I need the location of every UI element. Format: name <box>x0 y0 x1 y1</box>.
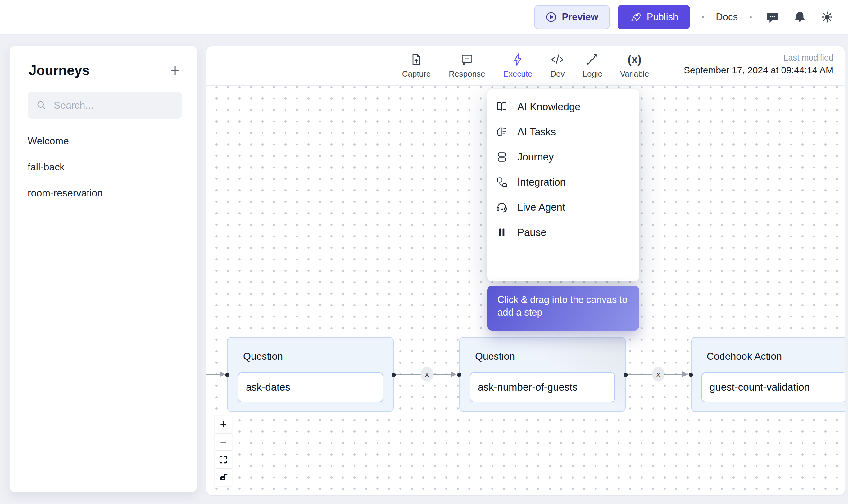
top-bar: Preview Publish Docs <box>0 0 848 35</box>
separator-dot <box>749 16 752 18</box>
connector-line <box>433 374 451 375</box>
rocket-icon <box>630 11 641 23</box>
node-name-field[interactable]: ask-dates <box>238 373 383 402</box>
connector-x-badge[interactable]: x <box>652 367 665 382</box>
step-node-question-ask-number-of-guests[interactable]: Question ask-number-of-guests <box>459 337 626 412</box>
node-name-field[interactable]: ask-number-of-guests <box>470 373 615 402</box>
step-node-codehook-guest-count-validation[interactable]: Codehook Action guest-count-validation <box>691 337 845 412</box>
output-port[interactable] <box>391 373 396 377</box>
last-modified-block: Last modified September 17, 2024 at 09:4… <box>684 53 833 75</box>
toolbar-item-label: Variable <box>620 69 649 79</box>
connector-line <box>628 374 652 375</box>
capture-document-icon <box>410 53 423 67</box>
journey-item-welcome[interactable]: Welcome <box>10 128 197 154</box>
journey-blocks-icon <box>496 151 508 163</box>
zoom-out-button[interactable]: − <box>215 434 232 450</box>
book-open-icon <box>496 101 508 113</box>
node-type-label: Question <box>475 351 625 362</box>
connector-x-badge[interactable]: x <box>421 367 433 382</box>
add-journey-button[interactable]: + <box>170 64 180 77</box>
execute-bolt-icon <box>511 53 525 67</box>
fit-screen-icon <box>218 455 228 464</box>
journey-item-room-reservation[interactable]: room-reservation <box>10 180 197 206</box>
chat-feedback-icon[interactable] <box>766 11 779 23</box>
docs-link[interactable]: Docs <box>716 12 738 23</box>
toolbar-item-label: Dev <box>550 69 565 79</box>
last-modified-label: Last modified <box>684 53 833 63</box>
play-circle-icon <box>546 12 557 23</box>
menu-item-ai-knowledge[interactable]: AI Knowledge <box>488 94 639 119</box>
step-node-question-ask-dates[interactable]: Question ask-dates <box>227 337 394 412</box>
node-name-field[interactable]: guest-count-validation <box>702 373 845 402</box>
node-type-label: Codehook Action <box>707 351 845 362</box>
search-input[interactable] <box>53 99 174 111</box>
connector-arrowhead <box>683 372 688 377</box>
sidebar-title: Journeys <box>29 63 90 78</box>
menu-item-pause[interactable]: Pause <box>488 220 639 245</box>
journeys-list: Welcome fall-back room-reservation <box>10 128 197 206</box>
menu-item-journey[interactable]: Journey <box>488 144 639 169</box>
fit-to-screen-button[interactable] <box>215 451 232 468</box>
menu-item-label: Integration <box>517 176 566 188</box>
menu-item-ai-tasks[interactable]: AI Tasks <box>488 119 639 144</box>
canvas-zoom-controls: + − <box>215 416 232 486</box>
output-port[interactable] <box>623 373 628 377</box>
menu-item-integration[interactable]: Integration <box>488 169 639 195</box>
menu-item-label: AI Knowledge <box>517 101 581 113</box>
toolbar-item-label: Capture <box>402 69 431 79</box>
toolbar-item-capture[interactable]: Capture <box>402 53 431 79</box>
step-toolbar: Capture Response Execute <box>207 46 845 86</box>
connector-line <box>665 374 683 375</box>
connector-arrowhead <box>220 372 225 377</box>
dev-code-icon <box>550 53 564 67</box>
publish-button[interactable]: Publish <box>618 5 690 29</box>
input-port[interactable] <box>225 373 229 377</box>
toolbar-item-label: Logic <box>583 69 602 79</box>
toolbar-item-variable[interactable]: (x) Variable <box>620 53 649 79</box>
publish-button-label: Publish <box>647 12 678 23</box>
notifications-bell-icon[interactable] <box>793 11 807 23</box>
node-type-label: Question <box>243 351 393 362</box>
unlock-icon <box>218 473 228 482</box>
input-port[interactable] <box>689 373 693 377</box>
journeys-search-box[interactable] <box>28 92 182 119</box>
execute-step-menu: AI Knowledge AI Tasks Journey <box>488 89 639 282</box>
drag-hint-tooltip: Click & drag into the canvas to add a st… <box>488 286 639 330</box>
menu-item-live-agent[interactable]: Live Agent <box>488 195 639 220</box>
journey-item-fall-back[interactable]: fall-back <box>10 154 197 180</box>
connector-arrowhead <box>451 372 457 377</box>
separator-dot <box>702 16 704 18</box>
integration-icon <box>496 176 508 188</box>
toolbar-item-label: Response <box>449 69 485 79</box>
lock-canvas-button[interactable] <box>215 469 232 486</box>
toolbar-item-response[interactable]: Response <box>449 53 485 79</box>
search-icon <box>36 100 47 111</box>
zoom-in-button[interactable]: + <box>215 416 232 433</box>
flow-canvas-panel: Capture Response Execute <box>206 46 845 496</box>
toolbar-item-dev[interactable]: Dev <box>550 53 565 79</box>
menu-item-label: Pause <box>517 227 547 238</box>
logic-flow-icon <box>586 53 599 67</box>
preview-button[interactable]: Preview <box>534 5 609 29</box>
flow-canvas[interactable]: AI Knowledge AI Tasks Journey <box>207 86 845 496</box>
brain-icon <box>496 126 508 138</box>
menu-item-label: Journey <box>517 151 554 163</box>
input-port[interactable] <box>457 373 461 377</box>
live-agent-headset-icon <box>496 201 508 214</box>
journeys-sidebar: Journeys + Welcome fall-back room-reserv… <box>9 46 197 492</box>
theme-sun-icon[interactable] <box>821 11 834 23</box>
toolbar-item-execute[interactable]: Execute <box>503 53 532 79</box>
variable-icon: (x) <box>628 53 641 67</box>
menu-item-label: AI Tasks <box>517 126 556 138</box>
connector-line <box>207 374 221 375</box>
toolbar-item-label: Execute <box>503 69 532 79</box>
preview-button-label: Preview <box>562 12 598 23</box>
toolbar-item-logic[interactable]: Logic <box>583 53 602 79</box>
last-modified-value: September 17, 2024 at 09:44:14 AM <box>684 65 833 75</box>
pause-icon <box>496 226 508 239</box>
response-bubble-icon <box>460 53 474 67</box>
connector-line <box>396 374 421 375</box>
menu-item-label: Live Agent <box>517 201 565 213</box>
